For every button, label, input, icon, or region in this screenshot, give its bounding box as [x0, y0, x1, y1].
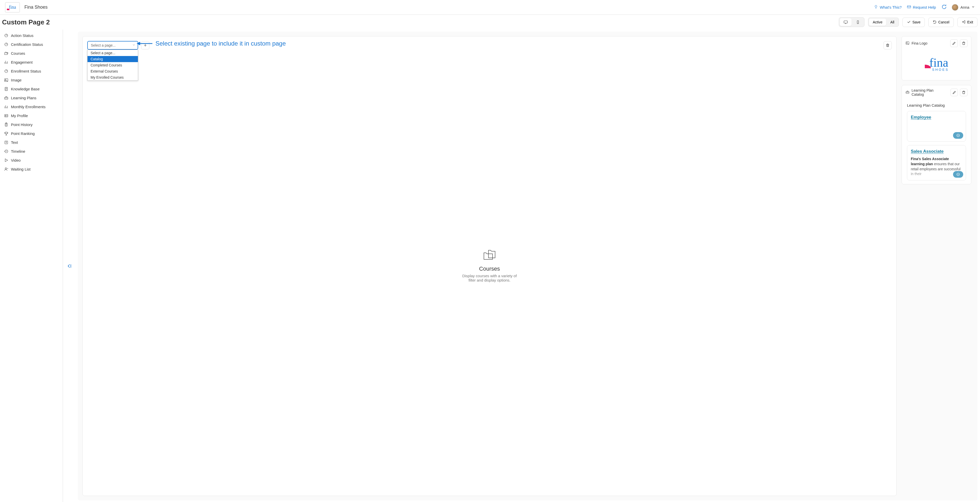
page-title: Custom Page 2	[2, 18, 50, 26]
dropdown-option[interactable]: Catalog	[88, 56, 138, 62]
svg-marker-5	[137, 42, 140, 45]
sidebar-item-label: Monthly Enrollments	[11, 105, 46, 109]
placeholder-title: Courses	[479, 266, 500, 272]
sidebar-item-label: Text	[11, 140, 18, 145]
desktop-view-button[interactable]	[840, 18, 851, 26]
image-icon	[905, 41, 910, 46]
sidebar-item-waiting-list[interactable]: Waiting List	[3, 165, 59, 174]
sidebar-item-image[interactable]: Image	[3, 76, 59, 84]
remove-card-button[interactable]	[953, 171, 963, 178]
sidebar-item-certification-status[interactable]: Certification Status	[3, 40, 59, 49]
exit-button[interactable]: Exit	[957, 18, 977, 27]
arrow-left-icon	[137, 40, 153, 47]
lp-widget-title: Learning Plan Catalog	[912, 88, 947, 96]
titlebar-actions: Active All Save Cancel Exit	[839, 17, 977, 27]
dropdown-option[interactable]: Select a page...	[88, 50, 138, 56]
sidebar-item-video[interactable]: Video	[3, 156, 59, 165]
sidebar-item-label: Timeline	[11, 149, 25, 153]
delete-widget-button[interactable]	[960, 89, 967, 96]
sidebar-item-action-status[interactable]: Action Status	[3, 31, 59, 40]
collapse-sidebar-button[interactable]	[63, 30, 75, 502]
sidebar-item-knowledge-base[interactable]: Knowledge Base	[3, 84, 59, 93]
sidebar-item-enrollment-status[interactable]: Enrollment Status	[3, 67, 59, 76]
sidebar-item-timeline[interactable]: Timeline	[3, 147, 59, 156]
titlebar: Custom Page 2 Active All Save Cancel Exi…	[0, 15, 980, 30]
cancel-button[interactable]: Cancel	[928, 18, 954, 27]
all-filter-button[interactable]: All	[887, 19, 898, 26]
check-icon	[907, 20, 911, 25]
main-panel: Select a page... Select a page...Catalog…	[83, 36, 897, 496]
sidebar-item-point-history[interactable]: Point History	[3, 120, 59, 129]
page-select-value: Select a page...	[91, 43, 116, 47]
sidebar-item-my-profile[interactable]: My Profile	[3, 111, 59, 120]
learning-plan-widget: Learning Plan Catalog Learning Plan Cata…	[902, 85, 971, 184]
play-icon	[4, 158, 8, 163]
remove-card-button[interactable]	[953, 132, 963, 139]
image-icon	[4, 78, 8, 82]
folders-icon	[4, 51, 8, 56]
right-column: Fina Logo fina Learning Plan Catalog	[902, 36, 973, 496]
svg-rect-1	[907, 6, 911, 8]
edit-widget-button[interactable]	[950, 89, 958, 96]
sidebar-item-label: Engagement	[11, 60, 33, 64]
sidebar-item-learning-plans[interactable]: Learning Plans	[3, 93, 59, 102]
sidebar-item-label: Video	[11, 158, 21, 163]
mobile-view-button[interactable]	[852, 18, 864, 26]
active-filter-button[interactable]: Active	[869, 19, 886, 26]
sidebar-item-label: Learning Plans	[11, 96, 37, 100]
sidebar: Action StatusCertification StatusCourses…	[0, 30, 63, 502]
whats-this-link[interactable]: What's This?	[873, 5, 902, 10]
dropdown-option[interactable]: External Courses	[88, 68, 138, 74]
svg-rect-8	[906, 91, 909, 93]
user-menu[interactable]: Anna	[952, 4, 975, 11]
cancel-label: Cancel	[938, 20, 950, 24]
dropdown-option[interactable]: Completed Courses	[88, 62, 138, 68]
annotation: Select existing page to include it in cu…	[137, 39, 286, 48]
page-select-dropdown: Select a page...CatalogCompleted Courses…	[87, 49, 138, 81]
sidebar-item-label: Enrollment Status	[11, 69, 41, 73]
lp-card-title[interactable]: Sales Associate	[911, 149, 962, 154]
sidebar-item-text[interactable]: Text	[3, 138, 59, 147]
header-right: What's This? Request Help Anna	[873, 4, 975, 11]
whats-this-label: What's This?	[880, 5, 902, 10]
header: fina Fina Shoes What's This? Request Hel…	[0, 0, 980, 15]
history-icon	[4, 149, 8, 153]
sidebar-item-label: Point Ranking	[11, 131, 35, 136]
logo-preview: fina	[902, 50, 971, 80]
edit-widget-button[interactable]	[950, 40, 958, 47]
company-logo[interactable]: fina	[5, 2, 20, 13]
exit-icon	[962, 20, 966, 25]
chat-icon[interactable]	[941, 4, 947, 11]
page-select-box[interactable]: Select a page...	[87, 41, 138, 49]
gauge-icon	[4, 42, 8, 46]
svg-point-0	[875, 5, 877, 7]
save-button[interactable]: Save	[902, 18, 925, 27]
request-help-label: Request Help	[913, 5, 936, 10]
sidebar-item-courses[interactable]: Courses	[3, 49, 59, 58]
id-card-icon	[4, 113, 8, 118]
chart-icon	[4, 105, 8, 109]
chevron-down-icon	[971, 5, 975, 10]
sidebar-item-engagement[interactable]: Engagement	[3, 58, 59, 67]
delete-widget-button[interactable]	[960, 40, 967, 47]
briefcase-icon	[4, 96, 8, 100]
chevron-down-icon	[132, 43, 135, 48]
sidebar-item-monthly-enrollments[interactable]: Monthly Enrollments	[3, 102, 59, 111]
sidebar-item-label: Waiting List	[11, 167, 30, 171]
request-help-link[interactable]: Request Help	[907, 5, 936, 10]
main: Action StatusCertification StatusCourses…	[0, 30, 980, 502]
dropdown-option[interactable]: My Enrolled Courses	[88, 74, 138, 80]
sidebar-item-label: Courses	[11, 51, 25, 56]
sidebar-item-point-ranking[interactable]: Point Ranking	[3, 129, 59, 138]
sidebar-item-label: My Profile	[11, 113, 28, 118]
doc-icon	[4, 87, 8, 91]
svg-rect-2	[844, 21, 848, 23]
header-left: fina Fina Shoes	[5, 2, 48, 13]
logo-widget-title: Fina Logo	[912, 41, 928, 45]
page-select[interactable]: Select a page... Select a page...Catalog…	[87, 41, 138, 49]
viewport-toggle	[839, 17, 864, 27]
briefcase-icon	[905, 90, 910, 95]
gauge-icon	[4, 33, 8, 38]
lp-card-title[interactable]: Employee	[911, 115, 962, 120]
widget-header: Fina Logo	[902, 37, 971, 50]
